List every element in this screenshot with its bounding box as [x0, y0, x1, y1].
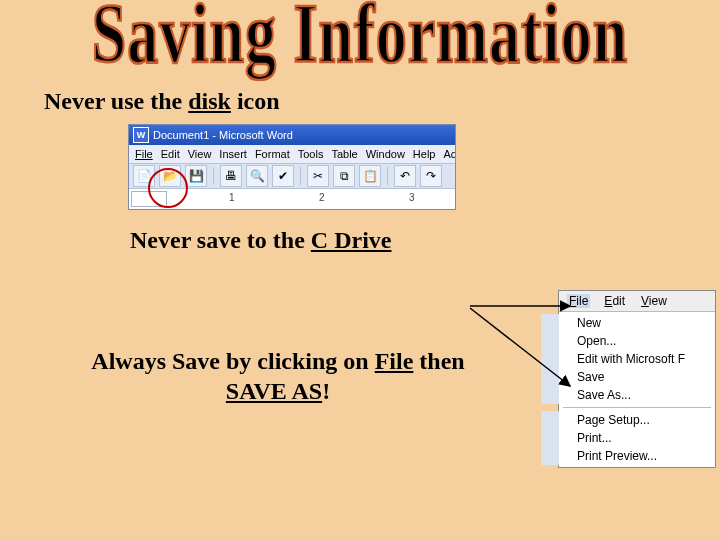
- menu-item-save[interactable]: Save: [541, 368, 715, 386]
- standard-toolbar: 📄 📂 💾 🖶 🔍 ✔ ✂ ⧉ 📋 ↶ ↷: [129, 163, 455, 188]
- menu-item-print-preview[interactable]: Print Preview...: [541, 447, 715, 465]
- menu-help[interactable]: Help: [413, 148, 436, 160]
- menu-edit[interactable]: Edit: [602, 294, 627, 308]
- menu-insert[interactable]: Insert: [219, 148, 247, 160]
- word-toolbar-screenshot: W Document1 - Microsoft Word File Edit V…: [128, 124, 456, 210]
- menu-item-new[interactable]: New: [541, 314, 715, 332]
- instruction-1: Never use the disk icon: [44, 88, 280, 115]
- menu-view[interactable]: View: [639, 294, 669, 308]
- instruction-3: Always Save by clicking on File then SAV…: [78, 346, 478, 406]
- text: Never save to the: [130, 227, 311, 253]
- text-underline: File: [375, 348, 414, 374]
- separator: [213, 167, 214, 185]
- menu-file-rest: ile: [576, 294, 588, 308]
- ruler: 1 2 3: [129, 188, 455, 207]
- undo-icon[interactable]: ↶: [394, 165, 416, 187]
- menu-separator: [563, 407, 711, 408]
- text-underline: SAVE AS: [226, 378, 322, 404]
- copy-icon[interactable]: ⧉: [333, 165, 355, 187]
- separator: [300, 167, 301, 185]
- new-doc-icon[interactable]: 📄: [133, 165, 155, 187]
- spellcheck-icon[interactable]: ✔: [272, 165, 294, 187]
- window-title: Document1 - Microsoft Word: [153, 129, 293, 141]
- preview-icon[interactable]: 🔍: [246, 165, 268, 187]
- text: !: [322, 378, 330, 404]
- instruction-2: Never save to the C Drive: [130, 227, 391, 254]
- menu-format[interactable]: Format: [255, 148, 290, 160]
- menu-item-edit-ms[interactable]: Edit with Microsoft F: [541, 350, 715, 368]
- word-icon: W: [133, 127, 149, 143]
- menu-file[interactable]: File: [135, 148, 153, 160]
- menu-edit[interactable]: Edit: [161, 148, 180, 160]
- separator: [387, 167, 388, 185]
- ruler-tick: 1: [229, 192, 235, 203]
- window-titlebar: W Document1 - Microsoft Word: [129, 125, 455, 145]
- menu-file[interactable]: File: [567, 294, 590, 308]
- ruler-tick: 3: [409, 192, 415, 203]
- print-icon[interactable]: 🖶: [220, 165, 242, 187]
- menu-view[interactable]: View: [188, 148, 212, 160]
- menu-tools[interactable]: Tools: [298, 148, 324, 160]
- menu-item-print[interactable]: Print...: [541, 429, 715, 447]
- slide-title: Saving Information: [0, 0, 720, 82]
- open-icon[interactable]: 📂: [159, 165, 181, 187]
- file-menu-screenshot: File Edit View New Open... Edit with Mic…: [558, 290, 716, 468]
- file-dropdown: New Open... Edit with Microsoft F Save S…: [559, 312, 715, 467]
- redo-icon[interactable]: ↷: [420, 165, 442, 187]
- menu-bar: File Edit View Insert Format Tools Table…: [129, 145, 455, 163]
- menu-item-page-setup[interactable]: Page Setup...: [541, 411, 715, 429]
- text: icon: [231, 88, 280, 114]
- text-underline: C Drive: [311, 227, 392, 253]
- menu-item-open[interactable]: Open...: [541, 332, 715, 350]
- text-underline: disk: [188, 88, 231, 114]
- menu-table[interactable]: Table: [331, 148, 357, 160]
- cut-icon[interactable]: ✂: [307, 165, 329, 187]
- text: then: [413, 348, 464, 374]
- text: Never use the: [44, 88, 188, 114]
- text: Always Save by clicking on: [91, 348, 374, 374]
- menu-window[interactable]: Window: [366, 148, 405, 160]
- menu-item-save-as[interactable]: Save As...: [541, 386, 715, 404]
- paste-icon[interactable]: 📋: [359, 165, 381, 187]
- ruler-tick: 2: [319, 192, 325, 203]
- menu-bar: File Edit View: [559, 291, 715, 312]
- save-disk-icon[interactable]: 💾: [185, 165, 207, 187]
- menu-acrobat[interactable]: Acrobat: [443, 148, 455, 160]
